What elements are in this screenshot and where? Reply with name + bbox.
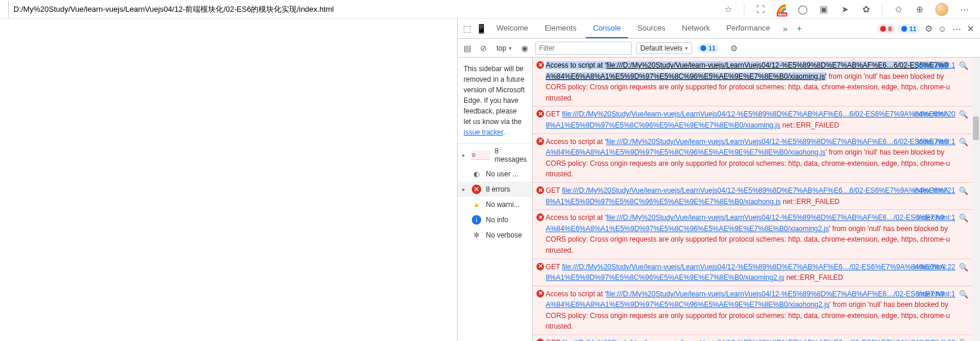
scrollbar[interactable] [972,58,980,341]
sidebar-warnings[interactable]: ▲No warni... [458,197,532,212]
more-icon[interactable]: ⋯ [959,4,969,15]
console-message: ✕GET file:///D:/My%20Study/Vue/learn-vue… [533,106,972,133]
file-link[interactable]: file:///D:/My%20Study/Vue/learn-vuejs/Le… [546,290,944,309]
device-icon[interactable]: 📱 [475,23,487,35]
page-content [0,19,457,341]
file-link[interactable]: file:///D:/My%20Study/Vue/learn-vuejs/Le… [546,263,945,282]
search-icon[interactable]: 🔍 [959,262,968,273]
tab-elements[interactable]: Elements [538,19,583,38]
source-link[interactable]: index.html:23 [914,337,955,341]
user-icon: ◐ [472,169,481,179]
tab-welcome[interactable]: Welcome [489,19,535,38]
search-icon[interactable]: 🔍 [959,212,968,224]
sidebar-messages[interactable]: ▸≡8 messages [458,144,532,166]
refresh-icon[interactable]: ◯ [797,4,808,15]
new-tab-icon[interactable]: ＋ [794,23,806,35]
more-tabs-icon[interactable]: » [780,23,791,35]
sidebar-deprecation-note: This sidebar will be removed in a future… [458,58,532,144]
console-message: ✕Access to script at 'file:///D:/My%20St… [533,134,972,183]
console-message: ✕GET file:///D:/My%20Study/Vue/learn-vue… [533,335,972,341]
sidebar-toggle-icon[interactable]: ▤ [461,42,473,54]
error-dot-icon: ✕ [536,110,544,118]
sidebar-errors[interactable]: ▸✕8 errors [458,182,532,197]
close-devtools-icon[interactable]: ✕ [965,23,976,35]
error-dot-icon: ✕ [536,61,544,69]
error-dot-icon: ✕ [536,339,544,341]
address-bar[interactable]: D:/My%20Study/Vue/learn-vuejs/LearnVuejs… [8,1,717,18]
console-message: ✕Access to script at 'file:///D:/My%20St… [533,286,972,335]
file-link[interactable]: file:///D:/My%20Study/Vue/learn-vuejs/Le… [546,110,949,129]
verbose-icon: ✻ [472,230,481,240]
source-link[interactable]: index.html:21 [914,185,955,196]
feedback-icon[interactable]: ☺ [937,23,948,35]
collections-icon[interactable]: ⊕ [914,4,925,15]
console-settings-icon[interactable]: ⚙ [729,42,740,54]
source-link[interactable]: index.html:20 [914,109,955,120]
favorites-icon[interactable]: ✩ [893,4,904,15]
video-icon[interactable]: ▣ [818,4,829,15]
browser-toolbar: D:/My%20Study/Vue/learn-vuejs/LearnVuejs… [0,0,980,19]
tab-network[interactable]: Network [675,19,717,38]
warning-icon: ▲ [472,200,481,209]
tab-sources[interactable]: Sources [630,19,673,38]
filter-input[interactable] [535,42,632,55]
file-link[interactable]: file:///D:/My%20Study/Vue/learn-vuejs/Le… [546,339,945,341]
extension-icon[interactable]: ✿ [861,4,871,15]
sidebar-info[interactable]: iNo info [458,212,532,228]
file-link[interactable]: file:///D:/My%20Study/Vue/learn-vuejs/Le… [546,61,948,81]
sidebar-user[interactable]: ◐No user ... [458,166,532,182]
rainbow-icon[interactable]: 🌈New [776,4,787,15]
live-expression-icon[interactable]: ◉ [519,42,531,54]
sidebar-verbose[interactable]: ✻No verbose [458,228,532,243]
send-icon[interactable]: ➤ [840,4,850,15]
issue-count-badge[interactable]: 11 [898,24,920,34]
source-link[interactable]: index.html:1 [917,289,955,300]
console-message: ✕Access to script at 'file:///D:/My%20St… [533,58,972,106]
search-icon[interactable]: 🔍 [959,109,968,121]
search-icon[interactable]: 🔍 [959,60,968,72]
file-link[interactable]: file:///D:/My%20Study/Vue/learn-vuejs/Le… [546,186,949,206]
log-levels-selector[interactable]: Default levels [636,42,692,54]
console-sidebar: This sidebar will be removed in a future… [458,58,533,341]
console-output[interactable]: ✕Access to script at 'file:///D:/My%20St… [533,58,972,341]
search-icon[interactable]: 🔍 [959,136,968,148]
file-link[interactable]: file:///D:/My%20Study/Vue/learn-vuejs/Le… [546,138,948,157]
context-selector[interactable]: top [494,43,514,54]
search-icon[interactable]: 🔍 [959,289,968,300]
error-icon: ✕ [472,185,481,194]
source-link[interactable]: index.html:22 [914,262,955,273]
error-dot-icon: ✕ [536,213,544,221]
console-toolbar: ▤ ⊘ top ◉ Default levels 11 ⚙ [458,39,980,58]
devtools-panel: ⬚ 📱 Welcome Elements Console Sources Net… [457,19,980,341]
console-message: ✕Access to script at 'file:///D:/My%20St… [533,210,972,259]
source-link[interactable]: index.html:1 [917,212,955,223]
error-dot-icon: ✕ [536,263,544,270]
search-icon[interactable]: 🔍 [959,337,968,341]
source-link[interactable]: index.html:1 [917,136,955,148]
favorite-icon[interactable]: ☆ [723,4,733,15]
search-icon[interactable]: 🔍 [959,185,968,197]
info-icon: i [472,215,481,225]
issue-tracker-link[interactable]: issue tracker [464,128,503,136]
settings-icon[interactable]: ⚙ [922,23,934,35]
tab-performance[interactable]: Performance [719,19,777,38]
inspect-icon[interactable]: ⬚ [461,23,473,35]
console-message: ✕GET file:///D:/My%20Study/Vue/learn-vue… [533,183,972,210]
devtools-tabs: ⬚ 📱 Welcome Elements Console Sources Net… [458,19,980,39]
error-dot-icon: ✕ [536,290,544,297]
clear-console-icon[interactable]: ⊘ [478,42,489,54]
error-count-badge[interactable]: 8 [877,24,895,34]
error-dot-icon: ✕ [536,138,544,145]
console-message: ✕GET file:///D:/My%20Study/Vue/learn-vue… [533,259,972,286]
dock-menu-icon[interactable]: ⋯ [951,23,962,35]
tab-console[interactable]: Console [586,19,628,38]
file-link[interactable]: file:///D:/My%20Study/Vue/learn-vuejs/Le… [546,213,944,233]
list-icon: ≡ [471,151,490,160]
crop-icon[interactable]: ⛶ [755,4,766,15]
source-link[interactable]: index.html:1 [917,60,955,71]
error-dot-icon: ✕ [536,186,544,194]
issues-badge[interactable]: 11 [697,44,719,53]
profile-avatar[interactable] [935,3,948,16]
